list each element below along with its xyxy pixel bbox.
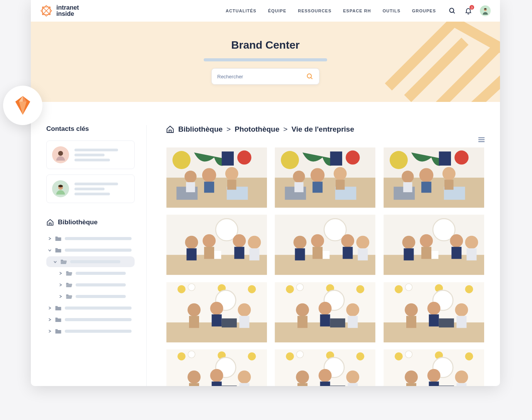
brand[interactable]: intranet inside (40, 5, 79, 17)
photo-thumb[interactable] (274, 282, 376, 342)
avatar-face-icon (55, 183, 66, 195)
topbar: intranet inside ACTUALITÉS ÉQUIPE RESSOU… (31, 0, 500, 22)
avatar-face-icon (481, 7, 489, 15)
library-header: Bibliothèque (46, 218, 135, 226)
hero-deco-icon (384, 22, 500, 102)
svg-point-0 (449, 8, 454, 12)
view-list-button[interactable] (478, 137, 485, 144)
nav-actualites[interactable]: ACTUALITÉS (226, 8, 257, 13)
tree-item[interactable] (46, 314, 135, 325)
contact-avatar (52, 180, 69, 197)
breadcrumb-sep: > (283, 125, 287, 134)
contact-card[interactable] (46, 141, 135, 169)
library-title: Bibliothèque (58, 218, 98, 226)
tree-item[interactable] (46, 303, 135, 313)
breadcrumb-current: Vie de l'entreprise (291, 125, 354, 134)
folder-open-icon (66, 293, 73, 300)
photo-thumb[interactable] (166, 215, 267, 275)
contact-card[interactable] (46, 174, 135, 203)
sidebar: Contacts clés (31, 125, 147, 386)
notification-badge: 3 (470, 5, 474, 10)
chevron-right-icon (48, 318, 52, 321)
photo-thumb[interactable] (383, 282, 485, 342)
tree-item[interactable] (46, 268, 135, 279)
gallery-toolbar (166, 137, 485, 144)
contact-placeholder-lines (74, 183, 129, 195)
photo-thumb[interactable] (383, 147, 485, 208)
list-icon (478, 137, 485, 143)
photo-thumb[interactable] (274, 147, 376, 208)
folder-icon (55, 305, 62, 311)
chevron-right-icon (59, 272, 62, 275)
search-button[interactable] (448, 6, 457, 15)
primary-nav: ACTUALITÉS ÉQUIPE RESSOURCES ESPACE RH O… (226, 5, 491, 16)
breadcrumb: Bibliothèque > Photothèque > Vie de l'en… (166, 125, 485, 134)
content-body: Contacts clés (31, 102, 500, 386)
folder-icon (55, 235, 62, 242)
gem-icon (12, 94, 34, 117)
folder-icon (55, 247, 62, 253)
chevron-down-icon (48, 249, 52, 252)
home-icon (46, 218, 54, 226)
svg-line-1 (453, 12, 455, 14)
nav-outils[interactable]: OUTILS (383, 8, 400, 13)
tree-item-selected[interactable] (46, 256, 135, 267)
svg-line-4 (311, 78, 312, 79)
search-input[interactable] (217, 74, 306, 80)
breadcrumb-sep: > (226, 125, 231, 134)
nav-espace-rh[interactable]: ESPACE RH (343, 8, 371, 13)
tree-item[interactable] (46, 279, 135, 290)
breadcrumb-phototheque[interactable]: Photothèque (235, 125, 279, 134)
tree-item[interactable] (46, 326, 135, 337)
tree-item[interactable] (46, 245, 135, 256)
hero-search[interactable] (211, 68, 319, 85)
hero: Brand Center (31, 22, 500, 102)
folder-open-icon (60, 259, 67, 265)
photo-thumb[interactable] (383, 349, 485, 386)
chevron-right-icon (48, 330, 52, 333)
user-avatar[interactable] (480, 5, 491, 16)
notifications-button[interactable]: 3 (464, 6, 473, 15)
tree-item[interactable] (46, 291, 135, 302)
chevron-right-icon (59, 295, 62, 298)
breadcrumb-library[interactable]: Bibliothèque (178, 125, 223, 134)
photo-grid (166, 147, 485, 386)
contacts-title: Contacts clés (46, 125, 135, 133)
search-icon (448, 7, 456, 15)
nav-groupes[interactable]: GROUPES (412, 8, 436, 13)
photo-thumb[interactable] (383, 215, 485, 275)
search-icon (306, 73, 314, 80)
app-gem-badge (3, 86, 42, 125)
main-content: Bibliothèque > Photothèque > Vie de l'en… (147, 125, 500, 386)
home-icon[interactable] (166, 125, 174, 134)
hero-subtitle-placeholder (204, 58, 327, 61)
svg-point-3 (307, 74, 311, 78)
chevron-down-icon (53, 260, 57, 263)
photo-thumb[interactable] (166, 147, 267, 208)
folder-open-icon (66, 270, 73, 276)
svg-rect-7 (478, 137, 485, 138)
tree-item[interactable] (46, 233, 135, 244)
folder-icon (55, 317, 62, 323)
photo-thumb[interactable] (274, 349, 376, 386)
nav-equipe[interactable]: ÉQUIPE (268, 8, 287, 13)
contact-avatar (52, 146, 69, 163)
folder-tree (46, 233, 135, 337)
chevron-right-icon (48, 237, 52, 240)
brand-name: intranet inside (56, 5, 79, 17)
svg-rect-8 (478, 139, 485, 140)
photo-thumb[interactable] (274, 215, 376, 275)
svg-point-5 (58, 151, 63, 156)
app-window: intranet inside ACTUALITÉS ÉQUIPE RESSOU… (31, 0, 500, 386)
brand-logo-icon (40, 5, 52, 17)
folder-icon (55, 328, 62, 334)
photo-thumb[interactable] (166, 282, 267, 342)
chevron-right-icon (48, 307, 52, 310)
chevron-right-icon (59, 283, 62, 286)
page-title: Brand Center (231, 39, 299, 51)
topbar-actions: 3 (448, 5, 491, 16)
nav-ressources[interactable]: RESSOURCES (298, 8, 331, 13)
contact-placeholder-lines (74, 149, 129, 161)
svg-rect-9 (478, 141, 485, 142)
photo-thumb[interactable] (166, 349, 267, 386)
